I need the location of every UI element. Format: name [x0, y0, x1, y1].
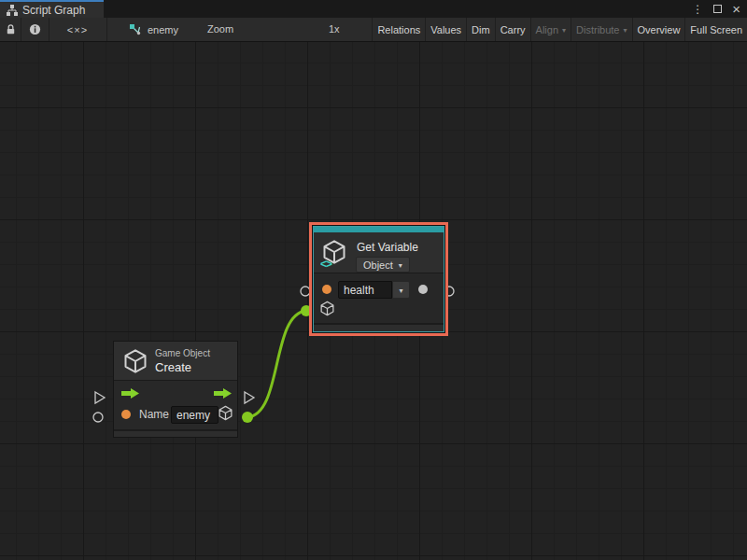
- code-icon: <×>: [67, 24, 88, 35]
- chevron-down-icon: ▾: [399, 261, 402, 270]
- distribute-dropdown-button[interactable]: Distribute ▾: [571, 18, 631, 41]
- flow-output-arrow-icon[interactable]: [213, 387, 233, 399]
- chevron-down-icon: ▾: [624, 26, 627, 35]
- variable-picker-dropdown[interactable]: ▾: [392, 281, 410, 299]
- control-output-port[interactable]: [245, 392, 254, 403]
- variable-scope-dropdown[interactable]: Object ▾: [356, 257, 410, 273]
- script-graph-window: Script Graph ⋮ × <×>: [0, 0, 747, 560]
- flow-input-arrow-icon[interactable]: [120, 387, 140, 399]
- control-input-port[interactable]: [95, 392, 105, 403]
- graph-hierarchy-icon: [7, 5, 18, 16]
- tab-strip: Script Graph ⋮ ×: [0, 0, 747, 18]
- close-icon[interactable]: ×: [732, 5, 740, 13]
- window-menu-icon[interactable]: ⋮: [692, 3, 703, 16]
- graph-breadcrumb[interactable]: enemy: [129, 18, 178, 41]
- name-value-input[interactable]: enemy: [171, 406, 218, 424]
- variable-angle-brackets-icon: <>: [320, 258, 331, 271]
- zoom-value: 1x: [329, 23, 340, 35]
- get-variable-icon: <>: [321, 239, 351, 269]
- node-get-variable-selection-border: <> Get Variable Object ▾ health ▾: [309, 222, 448, 336]
- toolbar-separator: [106, 18, 107, 41]
- node-footer: [314, 323, 444, 331]
- chevron-down-icon: ▾: [399, 287, 402, 295]
- code-preview-button[interactable]: <×>: [49, 18, 106, 41]
- node-title: Get Variable: [357, 241, 418, 254]
- gameobject-output-port-connected[interactable]: [242, 412, 253, 423]
- connection-wire[interactable]: [247, 311, 306, 417]
- relations-button[interactable]: Relations: [372, 18, 425, 41]
- zoom-label: Zoom: [207, 23, 233, 35]
- lock-button[interactable]: [0, 18, 21, 41]
- fullscreen-button[interactable]: Full Screen: [684, 18, 747, 41]
- carry-button[interactable]: Carry: [495, 18, 530, 41]
- chevron-down-icon: ▾: [562, 26, 566, 35]
- node-category: Game Object: [155, 348, 210, 358]
- node-body: health ▾: [314, 273, 444, 323]
- variable-name-input[interactable]: health: [338, 281, 392, 299]
- graph-toolbar: <×> enemy Zoom 1x Relations Values Dim C…: [0, 18, 747, 42]
- toolbar-button-group: Relations Values Dim Carry Align ▾ Distr…: [372, 18, 747, 41]
- game-object-cube-icon: [122, 348, 148, 374]
- align-dropdown-button[interactable]: Align ▾: [530, 18, 571, 41]
- tab-script-graph[interactable]: Script Graph: [0, 0, 104, 18]
- overview-button[interactable]: Overview: [632, 18, 685, 41]
- value-port-dot[interactable]: [418, 285, 428, 294]
- node-footer: [114, 429, 237, 437]
- values-button[interactable]: Values: [425, 18, 466, 41]
- object-port-cube-icon[interactable]: [319, 301, 335, 316]
- name-port-dot[interactable]: [121, 410, 131, 419]
- inspector-button[interactable]: [21, 18, 49, 41]
- node-body: Name enemy: [114, 381, 237, 429]
- maximize-icon[interactable]: [713, 5, 722, 13]
- graph-icon: [129, 23, 142, 36]
- breadcrumb-graph-name: enemy: [148, 24, 178, 35]
- variable-name-port-dot[interactable]: [322, 285, 331, 294]
- node-header[interactable]: Game Object Create: [114, 342, 237, 381]
- node-header[interactable]: <> Get Variable Object ▾: [314, 232, 444, 273]
- dim-button[interactable]: Dim: [466, 18, 495, 41]
- node-create-game-object[interactable]: Game Object Create Name enemy: [113, 341, 238, 438]
- gameobject-port-cube-icon[interactable]: [218, 405, 233, 421]
- tab-title: Script Graph: [22, 4, 85, 17]
- window-controls: ⋮ ×: [692, 0, 740, 18]
- info-icon: [29, 23, 41, 35]
- name-port-label: Name: [139, 408, 169, 421]
- node-get-variable[interactable]: <> Get Variable Object ▾ health ▾: [313, 226, 444, 332]
- graph-canvas[interactable]: Game Object Create Name enemy: [0, 42, 747, 560]
- name-input-port[interactable]: [93, 413, 103, 422]
- node-title: Create: [155, 360, 191, 374]
- lock-icon: [5, 23, 17, 35]
